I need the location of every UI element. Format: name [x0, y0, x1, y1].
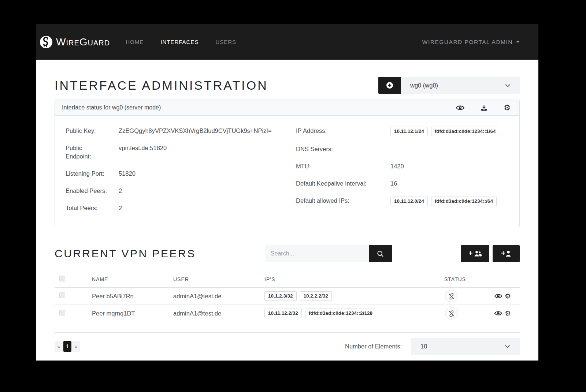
column-header-ips: IP'S: [264, 276, 444, 282]
peer-name: Peer mqrnq1DT: [92, 310, 173, 317]
nav-links: HOME INTERFACES USERS: [117, 39, 245, 45]
download-config-button[interactable]: [481, 104, 487, 111]
peer-view-button[interactable]: [494, 310, 502, 316]
add-interface-button[interactable]: [378, 77, 401, 94]
peers-section-head: CURRENT VPN PEERS: [55, 245, 520, 262]
navbar: WireGuard HOME INTERFACES USERS WIREGUAR…: [36, 24, 538, 60]
link-slash-icon: [448, 310, 455, 317]
table-bottom-divider: [55, 332, 520, 333]
nav-item-users[interactable]: USERS: [207, 39, 245, 45]
view-config-button[interactable]: [456, 105, 464, 111]
page-title: INTERFACE ADMINISTRATION: [55, 78, 268, 93]
pagination-prev-button[interactable]: «: [55, 341, 63, 352]
page-head: INTERFACE ADMINISTRATION wg0 (wg0): [55, 77, 520, 94]
card-body: Public Key: ZzEGQgyh8yVPZXVKSXhVrgB2lud9…: [55, 116, 519, 227]
field-listening-port: Listening Port: 51820: [66, 169, 276, 178]
peers-section-title: CURRENT VPN PEERS: [55, 247, 196, 260]
elements-per-page-group: Number of Elements: 10: [345, 338, 520, 355]
gear-icon: ⚙: [504, 104, 511, 112]
field-label: IP Address:: [296, 127, 390, 135]
field-label: DNS Servers:: [296, 145, 390, 153]
field-label: Default allowed IPs:: [296, 197, 390, 205]
ip-badge: 10.1.2.3/32: [264, 291, 297, 301]
card-header: Interface status for wg0 (server mode): [55, 100, 519, 116]
field-label: Default Keepalive Interval:: [296, 179, 390, 188]
elements-select[interactable]: 10: [411, 338, 520, 355]
peer-settings-button[interactable]: ⚙: [505, 310, 511, 317]
field-default-allowed-ips: Default allowed IPs: 10.11.12.0/24 fdfd:…: [296, 197, 508, 206]
link-slash-icon: [448, 293, 455, 299]
peer-name: Peer b5ABi7Rn: [92, 293, 173, 300]
peer-user: adminA1@test.de: [173, 310, 264, 317]
field-value: 2: [119, 204, 276, 212]
ip-badges: 10.11.12.1/24 fdfd:d3ad:c0de:1234::1/64: [390, 127, 508, 136]
field-label: Public Key:: [66, 127, 119, 135]
eye-icon: [494, 293, 502, 299]
field-keepalive: Default Keepalive Interval: 16: [296, 179, 508, 188]
peers-table: NAME USER IP'S STATUS Peer b5ABi7Rn admi…: [55, 271, 520, 333]
ip-badge: fdfd:d3ad:c0de:1234::/64: [431, 197, 497, 206]
interface-status-card: Interface status for wg0 (server mode): [55, 100, 520, 227]
row-checkbox[interactable]: [59, 310, 65, 316]
nav-item-home[interactable]: HOME: [117, 39, 152, 45]
field-value: 2: [119, 187, 276, 195]
interface-select[interactable]: wg0 (wg0): [401, 77, 520, 94]
gear-icon: ⚙: [505, 293, 511, 300]
table-row: Peer b5ABi7Rn adminA1@test.de 10.1.2.3/3…: [55, 288, 520, 305]
ip-badges: 10.11.12.0/24 fdfd:d3ad:c0de:1234::/64: [390, 197, 508, 206]
field-label: Total Peers:: [66, 204, 119, 212]
interface-picker: wg0 (wg0): [378, 77, 520, 94]
add-peer-button[interactable]: [493, 245, 520, 262]
user-menu-dropdown[interactable]: WIREGUARD PORTAL ADMIN: [422, 39, 520, 45]
ip-badge: 10.11.12.2/32: [264, 309, 302, 318]
user-menu-label: WIREGUARD PORTAL ADMIN: [422, 39, 513, 45]
pagination-page-1-button[interactable]: 1: [63, 341, 71, 352]
field-ip-address: IP Address: 10.11.12.1/24 fdfd:d3ad:c0de…: [296, 127, 508, 136]
field-value: ZzEGQgyh8yVPZXVKSXhVrgB2lud9CVjTUGk9s+NP…: [119, 127, 276, 135]
elements-label: Number of Elements:: [345, 343, 402, 350]
row-checkbox[interactable]: [59, 292, 65, 298]
brand-name: WireGuard: [56, 36, 110, 48]
field-label: Enabled Peers:: [66, 187, 119, 195]
peer-user: adminA1@test.de: [173, 293, 264, 300]
add-user-icon: [501, 250, 511, 257]
search-icon: [377, 250, 384, 257]
chevron-down-icon: [505, 84, 511, 87]
add-multiple-peers-button[interactable]: [461, 245, 489, 262]
peer-view-button[interactable]: [494, 293, 502, 299]
add-users-icon: [468, 250, 482, 257]
field-value: 1420: [390, 162, 508, 171]
brand[interactable]: WireGuard: [40, 36, 110, 49]
nav-item-interfaces[interactable]: INTERFACES: [152, 39, 207, 45]
field-public-endpoint: Public Endpoint: vpn.test.de:51820: [66, 144, 276, 161]
ip-badge: 10.11.12.0/24: [390, 197, 428, 206]
eye-icon: [494, 310, 502, 316]
gear-icon: ⚙: [505, 310, 511, 317]
chevron-down-icon: [505, 345, 510, 348]
interface-settings-button[interactable]: ⚙: [504, 104, 511, 112]
select-all-checkbox[interactable]: [59, 276, 65, 281]
search-input[interactable]: [265, 245, 369, 262]
search-button[interactable]: [369, 245, 392, 262]
status-right-column: IP Address: 10.11.12.1/24 fdfd:d3ad:c0de…: [287, 127, 519, 212]
field-label: MTU:: [296, 162, 390, 171]
peer-settings-button[interactable]: ⚙: [505, 293, 511, 300]
eye-icon: [456, 105, 464, 111]
interface-select-value: wg0 (wg0): [410, 82, 438, 89]
ip-badge: 10.11.12.1/24: [390, 127, 428, 136]
table-row: Peer mqrnq1DT adminA1@test.de 10.11.12.2…: [55, 305, 520, 322]
field-value: 16: [390, 179, 508, 188]
main-content: INTERFACE ADMINISTRATION wg0 (wg0): [36, 77, 538, 358]
field-value: 51820: [119, 169, 276, 178]
peer-ips: 10.11.12.2/32 fdfd:d3ad:c0de:1234::2/128: [264, 309, 444, 318]
field-dns-servers: DNS Servers:: [296, 145, 508, 153]
pagination-next-button[interactable]: »: [72, 341, 80, 352]
ip-badge: fdfd:d3ad:c0de:1234::2/128: [305, 309, 376, 318]
wireguard-logo-icon: [40, 36, 53, 49]
field-mtu: MTU: 1420: [296, 162, 508, 171]
card-header-title: Interface status for wg0 (server mode): [62, 104, 161, 111]
field-public-key: Public Key: ZzEGQgyh8yVPZXVKSXhVrgB2lud9…: [66, 127, 276, 135]
peer-ips: 10.1.2.3/32 10.2.2.2/32: [264, 291, 444, 301]
caret-down-icon: [516, 41, 520, 43]
field-total-peers: Total Peers: 2: [66, 204, 276, 212]
